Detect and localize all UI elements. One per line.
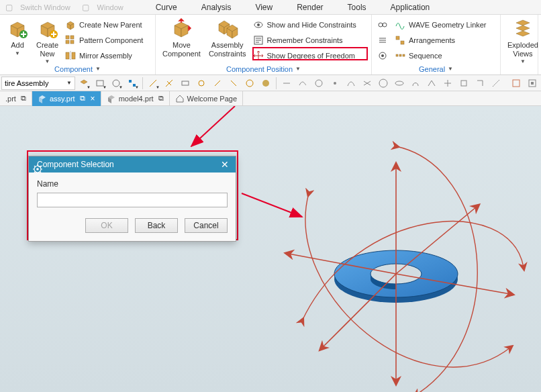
svg-point-31 bbox=[383, 23, 387, 27]
chevron-down-icon[interactable]: ▼ bbox=[448, 66, 453, 72]
filter-tool-6[interactable] bbox=[162, 77, 177, 90]
exploded-views-button[interactable]: Exploded Views ▼ bbox=[503, 16, 541, 64]
filter-tool-7[interactable] bbox=[178, 77, 193, 90]
menu-application[interactable]: Application bbox=[380, 1, 441, 13]
menu-curve[interactable]: Curve bbox=[145, 1, 188, 13]
shape-tool-1[interactable] bbox=[279, 77, 294, 90]
filter-tool-4[interactable]: ▼ bbox=[125, 77, 140, 90]
svg-rect-34 bbox=[396, 36, 399, 40]
move-component-label2: Component bbox=[162, 50, 201, 58]
back-button[interactable]: Back bbox=[135, 218, 178, 233]
right-tool-2[interactable] bbox=[525, 77, 540, 90]
filter-tool-10[interactable] bbox=[226, 77, 241, 90]
create-new-button[interactable]: Create New ▼ bbox=[32, 16, 62, 64]
svg-point-76 bbox=[36, 168, 39, 170]
show-hide-constraints-button[interactable]: Show and Hide Constraints bbox=[252, 18, 358, 32]
shape-tool-3[interactable] bbox=[311, 77, 326, 90]
menu-analysis[interactable]: Analysis bbox=[191, 1, 242, 13]
svg-line-83 bbox=[34, 172, 35, 173]
shape-tool-13[interactable] bbox=[473, 77, 487, 90]
tab-label: Welcome Page bbox=[187, 95, 237, 103]
name-input[interactable] bbox=[37, 193, 228, 207]
add-button[interactable]: Add ▼ bbox=[3, 16, 32, 64]
part-icon bbox=[38, 94, 47, 103]
cancel-button[interactable]: Cancel bbox=[185, 218, 228, 233]
filter-tool-3[interactable]: ▼ bbox=[109, 77, 124, 90]
menu-tools[interactable]: Tools bbox=[337, 1, 377, 13]
show-dof-button[interactable]: Show Degrees of Freedom bbox=[252, 49, 358, 62]
menu-view[interactable]: View bbox=[244, 1, 283, 13]
svg-marker-40 bbox=[516, 26, 530, 31]
move-icon bbox=[170, 17, 192, 39]
right-tool-1[interactable] bbox=[509, 77, 524, 90]
shape-tool-7[interactable] bbox=[376, 77, 391, 90]
move-component-button[interactable]: Move Component bbox=[158, 16, 205, 64]
divider bbox=[142, 77, 143, 89]
close-icon[interactable]: × bbox=[91, 94, 95, 103]
dialog-title: Component Selection bbox=[37, 160, 214, 169]
shape-tool-11[interactable] bbox=[440, 77, 455, 90]
shape-tool-8[interactable] bbox=[392, 77, 407, 90]
window-icon: ▢ bbox=[80, 1, 92, 13]
create-new-parent-button[interactable]: Create New Parent bbox=[64, 18, 144, 32]
group-title-general: General bbox=[419, 65, 445, 73]
shape-tool-4[interactable] bbox=[328, 77, 342, 90]
filter-tool-1[interactable]: ▼ bbox=[77, 77, 91, 90]
tab-model4[interactable]: model4.prt ⧉ bbox=[101, 91, 170, 106]
window-label: Window bbox=[97, 3, 124, 11]
svg-rect-35 bbox=[401, 41, 404, 44]
remember-constraints-button[interactable]: Remember Constraints bbox=[252, 34, 358, 47]
mirror-assembly-button[interactable]: Mirror Assembly bbox=[64, 49, 144, 62]
svg-line-81 bbox=[34, 166, 35, 166]
arrangements-button[interactable]: Arrangements bbox=[393, 34, 488, 47]
dof-visualization bbox=[268, 126, 541, 392]
close-icon[interactable]: ✕ bbox=[218, 159, 232, 170]
shape-tool-14[interactable] bbox=[489, 77, 503, 90]
svg-rect-12 bbox=[70, 36, 74, 39]
wave-geometry-linker-button[interactable]: WAVE Geometry Linker bbox=[393, 18, 488, 32]
tab-prt[interactable]: .prt ⧉ bbox=[0, 91, 32, 106]
general-icon-3[interactable] bbox=[376, 49, 389, 62]
shape-tool-9[interactable] bbox=[408, 77, 423, 90]
viewport-3d[interactable]: Component Selection ✕ Name OK Back Cance… bbox=[0, 106, 541, 392]
svg-marker-42 bbox=[81, 80, 87, 84]
menu-render[interactable]: Render bbox=[286, 1, 334, 13]
exploded-icon bbox=[512, 17, 534, 39]
tab-bar: .prt ⧉ assy.prt ⧉ × model4.prt ⧉ Welcome… bbox=[0, 91, 541, 106]
shape-tool-6[interactable] bbox=[360, 77, 375, 90]
selection-scope-combo[interactable]: tire Assembly ▼ bbox=[1, 77, 75, 90]
general-icon-2[interactable] bbox=[376, 34, 389, 47]
parent-icon bbox=[65, 19, 76, 30]
shape-tool-10[interactable] bbox=[424, 77, 439, 90]
chevron-down-icon[interactable]: ▼ bbox=[95, 66, 101, 72]
arrangements-icon bbox=[395, 35, 405, 46]
svg-rect-14 bbox=[70, 40, 74, 44]
assembly-constraints-button[interactable]: Assembly Constraints bbox=[205, 16, 250, 64]
chevron-down-icon: ▼ bbox=[45, 58, 50, 64]
sequence-button[interactable]: Sequence bbox=[393, 49, 488, 62]
chevron-down-icon[interactable]: ▼ bbox=[295, 66, 301, 72]
svg-rect-45 bbox=[129, 80, 132, 83]
tab-label: assy.prt bbox=[50, 95, 75, 103]
filter-tool-2[interactable]: ▼ bbox=[93, 77, 107, 90]
dialog-titlebar[interactable]: Component Selection ✕ bbox=[29, 156, 236, 173]
name-label: Name bbox=[37, 179, 228, 189]
pattern-component-button[interactable]: Pattern Component bbox=[64, 34, 144, 47]
shape-tool-2[interactable] bbox=[295, 77, 310, 90]
prev-window-label: Switch Window bbox=[20, 3, 70, 11]
filter-tool-9[interactable] bbox=[210, 77, 225, 90]
filter-tool-11[interactable] bbox=[242, 77, 257, 90]
create-new-label1: Create bbox=[36, 41, 58, 50]
general-icon-1[interactable] bbox=[376, 18, 389, 32]
filter-tool-12[interactable] bbox=[258, 77, 273, 90]
tab-welcome[interactable]: Welcome Page bbox=[170, 91, 243, 106]
ok-button[interactable]: OK bbox=[85, 218, 128, 233]
tab-assy[interactable]: assy.prt ⧉ × bbox=[32, 91, 101, 106]
shape-tool-12[interactable] bbox=[456, 77, 471, 90]
group-title-position: Component Position bbox=[226, 65, 293, 73]
move-component-label1: Move bbox=[173, 41, 191, 50]
filter-tool-8[interactable] bbox=[194, 77, 209, 90]
shape-tool-5[interactable] bbox=[344, 77, 358, 90]
svg-point-28 bbox=[257, 23, 260, 26]
filter-tool-5[interactable]: ▼ bbox=[146, 77, 160, 90]
